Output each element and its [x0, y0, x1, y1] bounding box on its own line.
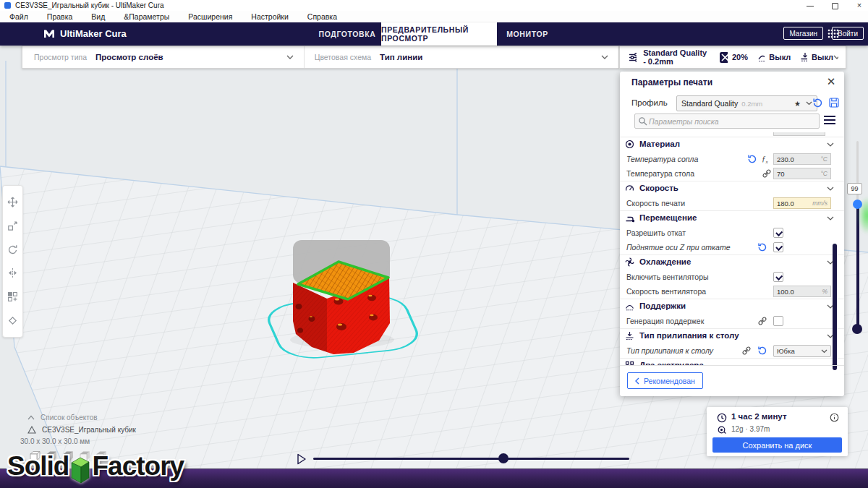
color-scheme-chevron-icon[interactable]	[601, 55, 608, 59]
toolbar-divider	[304, 46, 305, 68]
support-icon	[625, 301, 634, 311]
model-dice	[290, 240, 394, 354]
watermark-green-cube	[69, 455, 91, 484]
layer-slider-track-upper[interactable]	[856, 141, 859, 205]
chevron-down-icon	[827, 142, 834, 147]
support-blocker-button[interactable]	[7, 314, 20, 328]
menu-preferences[interactable]: Настройки	[242, 12, 298, 21]
profile-suffix: 0.2mm	[741, 100, 762, 108]
fan-speed-field[interactable]: 100.0 %	[773, 286, 831, 297]
layer-slider-top-handle[interactable]	[853, 200, 862, 209]
brand-name: UltiMaker Cura	[60, 28, 127, 39]
section-support[interactable]: Поддержки	[620, 299, 844, 314]
summary-infill: 20%	[732, 53, 748, 61]
close-window-button[interactable]: ×	[855, 1, 864, 9]
settings-footer: Рекомендован	[620, 365, 844, 396]
layer-slider: 99	[845, 137, 868, 347]
section-travel[interactable]: Перемещение	[620, 210, 844, 226]
model-triangle-icon	[27, 426, 36, 434]
link-icon[interactable]	[757, 316, 767, 326]
brand: UltiMaker Cura	[43, 22, 127, 46]
settings-panel-title: Параметры печати	[631, 77, 712, 87]
view-type-chevron-icon[interactable]	[286, 55, 294, 59]
profile-dropdown[interactable]: Standard Quality 0.2mm ★	[676, 95, 817, 111]
settings-search-box[interactable]	[634, 114, 820, 129]
window-title: CE3V3SE_Игральный кубик - UltiMaker Cura	[15, 1, 164, 9]
section-dual-extruders[interactable]: Два экструдера	[620, 358, 844, 365]
print-speed-field[interactable]: 180.0 mm/s	[773, 197, 831, 209]
view-toolbar: Просмотр типа Просмотр слоёв Цветовая сх…	[22, 46, 619, 69]
object-list-item[interactable]: CE3V3SE_Игральный кубик	[27, 424, 136, 436]
tab-prepare[interactable]: ПОДГОТОВКА	[317, 22, 378, 46]
settings-close-icon[interactable]: ✕	[824, 74, 838, 89]
layer-number-badge: 99	[847, 183, 862, 194]
summary-profile: Standard Quality - 0.2mm	[643, 48, 710, 66]
marketplace-button[interactable]: Магазин	[783, 27, 823, 40]
tab-preview[interactable]: ПРЕДВАРИТЕЛЬНЫЙ ПРОСМОТР	[381, 22, 497, 46]
bed-temp-field[interactable]: 70 °C	[773, 168, 831, 179]
adhesion-type-dropdown[interactable]: Юбка	[773, 345, 831, 357]
menu-view[interactable]: Вид	[82, 12, 114, 21]
menu-extensions[interactable]: Расширения	[179, 12, 242, 21]
settings-menu-icon[interactable]	[824, 116, 835, 125]
rotate-tool-button[interactable]	[7, 243, 20, 256]
nozzle-temp-field[interactable]: 230.0 °C	[773, 153, 831, 165]
reset-icon[interactable]	[757, 242, 767, 252]
menu-settings[interactable]: &Параметры	[114, 12, 179, 21]
view-type-value[interactable]: Просмотр слоёв	[95, 53, 163, 61]
view-type-label: Просмотр типа	[34, 53, 87, 61]
favorite-star-icon[interactable]: ★	[794, 100, 801, 108]
cooling-fan-icon	[625, 257, 634, 267]
function-icon[interactable]: ƒx	[762, 154, 768, 165]
profile-chevron-icon[interactable]	[806, 101, 812, 106]
save-to-disk-button[interactable]: Сохранить на диск	[712, 437, 842, 453]
link-icon[interactable]	[762, 168, 772, 179]
profile-value: Standard Quality	[681, 99, 738, 108]
link-icon[interactable]	[741, 346, 752, 356]
menu-help[interactable]: Справка	[298, 12, 346, 21]
reset-icon[interactable]	[757, 346, 767, 356]
summary-chevron-icon[interactable]	[833, 55, 838, 59]
playback-handle[interactable]	[498, 453, 509, 463]
tab-monitor[interactable]: МОНИТОР	[502, 22, 553, 46]
minimize-button[interactable]	[806, 1, 814, 9]
search-input[interactable]	[647, 116, 795, 127]
retraction-checkbox[interactable]	[773, 228, 783, 238]
section-adhesion[interactable]: Тип прилипания к столу	[620, 328, 844, 343]
section-cooling[interactable]: Охлаждение	[620, 254, 844, 270]
mirror-tool-button[interactable]	[7, 267, 20, 280]
chevron-down-icon	[821, 349, 827, 354]
zhop-checkbox[interactable]	[773, 242, 783, 252]
play-icon[interactable]	[297, 453, 307, 465]
object-list: Список объектов CE3V3SE_Игральный кубик …	[27, 411, 136, 445]
setting-row-zhop: Поднятие оси Z при откате	[620, 240, 844, 254]
solidfactory-watermark: Solid Factory	[7, 451, 184, 481]
sign-in-button[interactable]: Войти	[832, 27, 864, 40]
per-model-settings-button[interactable]	[7, 291, 20, 304]
support-generate-checkbox[interactable]	[773, 316, 783, 326]
restore-button[interactable]	[830, 1, 839, 9]
setting-row-fans-enable: Включить вентиляторы	[620, 270, 844, 284]
object-list-header[interactable]: Список объектов	[27, 411, 136, 424]
section-speed[interactable]: Скорость	[620, 181, 844, 196]
profile-reset-icon[interactable]	[812, 98, 823, 108]
settings-scrollbar[interactable]	[833, 244, 837, 370]
layer-slider-bottom-handle[interactable]	[852, 324, 862, 334]
recommended-mode-button[interactable]: Рекомендован	[627, 372, 703, 389]
fans-enable-checkbox[interactable]	[773, 272, 783, 282]
scale-tool-button[interactable]	[7, 219, 20, 232]
reset-icon[interactable]	[747, 154, 757, 164]
job-stats-panel: 1 час 2 минут 12g · 3.97m Сохранить на д…	[707, 407, 848, 456]
layer-playback-bar	[297, 453, 637, 466]
section-material[interactable]: Материал	[620, 137, 844, 152]
menu-file[interactable]: Файл	[0, 12, 38, 21]
support-icon	[757, 52, 765, 62]
playback-track[interactable]	[313, 458, 629, 460]
move-tool-button[interactable]	[7, 195, 20, 208]
menu-edit[interactable]: Правка	[38, 12, 82, 21]
print-setup-summary[interactable]: Standard Quality - 0.2mm 20% Выкл Выкл	[619, 46, 846, 69]
info-icon[interactable]	[830, 413, 839, 422]
print-time-estimate: 1 час 2 минут	[731, 412, 787, 421]
save-profile-icon[interactable]	[829, 98, 839, 108]
color-scheme-value[interactable]: Тип линии	[380, 53, 422, 61]
